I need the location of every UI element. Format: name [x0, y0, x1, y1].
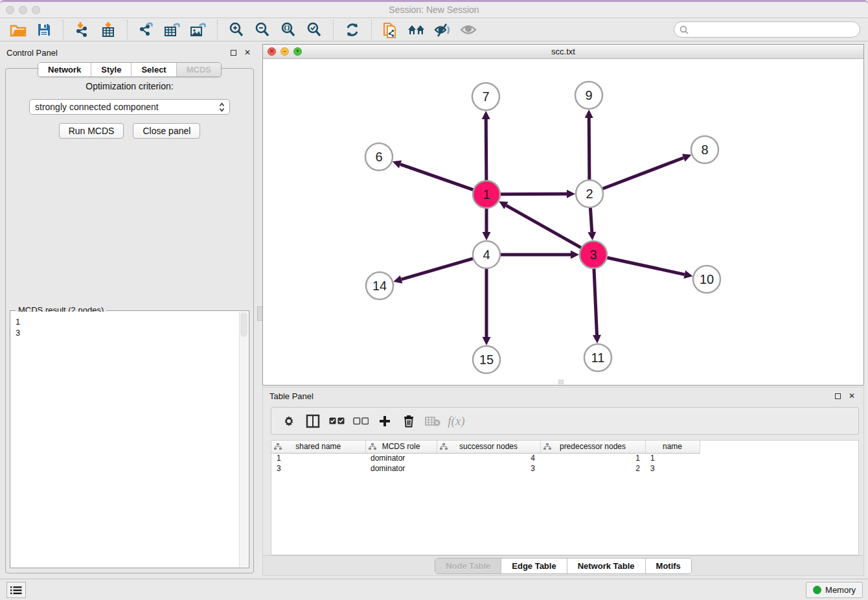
network-canvas[interactable]: 7968124314101511: [263, 59, 863, 385]
float-table-panel-button[interactable]: [832, 391, 843, 400]
network-window-titlebar[interactable]: scc.txt: [263, 45, 863, 59]
table-row[interactable]: 1dominator411: [271, 453, 700, 463]
edge-2-9[interactable]: [589, 118, 589, 180]
column-layout-button[interactable]: [301, 410, 325, 433]
table-cell[interactable]: 3: [271, 463, 365, 474]
close-panel-button[interactable]: [242, 48, 253, 57]
network-window-title: scc.txt: [263, 47, 863, 56]
deselect-all-button[interactable]: [348, 410, 372, 433]
zoom-selected-icon: [306, 21, 323, 38]
column-header-successor-nodes[interactable]: successor nodes: [437, 441, 540, 453]
function-builder-button[interactable]: f(x): [444, 410, 468, 433]
tab-node-table[interactable]: Node Table: [435, 559, 501, 573]
table-cell[interactable]: 3: [645, 463, 700, 474]
table-cell[interactable]: 3: [437, 463, 540, 474]
plus-icon: [378, 415, 391, 428]
edge-arrowhead: [483, 337, 491, 345]
table-cell[interactable]: 2: [540, 463, 645, 474]
export-network-button[interactable]: [133, 19, 159, 40]
edge-3-10[interactable]: [607, 257, 685, 274]
checked-boxes-icon: [329, 417, 345, 425]
run-mcds-button[interactable]: Run MCDS: [59, 123, 124, 139]
edge-arrowhead: [588, 232, 596, 240]
unchecked-boxes-icon: [353, 417, 369, 425]
graph-node-label-11: 11: [591, 351, 605, 365]
edge-3-11[interactable]: [594, 268, 597, 335]
column-header-MCDS-role[interactable]: MCDS role: [365, 441, 437, 453]
edge-1-6[interactable]: [400, 165, 474, 190]
export-image-button[interactable]: [185, 19, 211, 40]
float-icon: [835, 393, 841, 399]
global-search[interactable]: [674, 21, 860, 38]
tab-mcds[interactable]: MCDS: [176, 63, 221, 76]
import-table-button[interactable]: [95, 19, 121, 40]
table-cell[interactable]: dominator: [365, 453, 437, 463]
node-table[interactable]: shared nameMCDS rolesuccessor nodesprede…: [271, 440, 859, 555]
refresh-layout-button[interactable]: [339, 19, 365, 40]
control-panel-tabbar: NetworkStyleSelectMCDS: [38, 62, 222, 77]
table-cell[interactable]: 4: [437, 453, 540, 463]
graph-node-label-2: 2: [586, 187, 593, 201]
delete-row-button[interactable]: [396, 410, 420, 433]
zoom-out-button[interactable]: [249, 19, 275, 40]
edge-1-7[interactable]: [486, 119, 486, 181]
edge-arrowhead: [393, 275, 402, 283]
column-header-shared-name[interactable]: shared name: [271, 441, 365, 453]
import-network-button[interactable]: [69, 19, 95, 40]
hidden-eye-icon: [433, 21, 451, 38]
select-all-button[interactable]: [325, 410, 348, 433]
open-folder-icon: [10, 22, 27, 38]
edge-arrowhead: [483, 232, 491, 240]
optimization-criterion-dropdown[interactable]: strongly connected component: [29, 99, 230, 115]
first-neighbors-button[interactable]: [404, 19, 429, 40]
tab-network-table[interactable]: Network Table: [567, 559, 645, 573]
show-hide-style-button[interactable]: [429, 19, 455, 40]
zoom-fit-button[interactable]: [275, 19, 301, 40]
show-hide-view-button[interactable]: [455, 19, 481, 40]
sort-tree-icon: [369, 443, 376, 450]
graph-node-label-10: 10: [700, 272, 714, 286]
table-cell[interactable]: 1: [271, 453, 365, 463]
edge-arrowhead: [482, 111, 490, 119]
canvas-grip[interactable]: [558, 380, 564, 384]
search-input[interactable]: [692, 25, 854, 34]
result-scrollbar[interactable]: [239, 312, 248, 567]
table-settings-button[interactable]: [277, 410, 301, 433]
zoom-in-button[interactable]: [223, 19, 249, 40]
float-panel-button[interactable]: [228, 48, 238, 57]
column-header-predecessor-nodes[interactable]: predecessor nodes: [540, 441, 645, 453]
table-panel-title: Table Panel: [269, 391, 314, 401]
close-table-panel-button[interactable]: [847, 391, 857, 400]
tab-edge-table[interactable]: Edge Table: [501, 559, 566, 573]
edge-1-2[interactable]: [500, 194, 567, 194]
mcds-result-text[interactable]: 13: [11, 312, 239, 567]
export-table-button[interactable]: [159, 19, 185, 40]
add-row-button[interactable]: [372, 410, 396, 433]
control-panel: Control Panel NetworkStyleSelectMCDS Opt…: [0, 44, 259, 580]
edge-4-14[interactable]: [402, 259, 474, 279]
table-cell[interactable]: dominator: [365, 463, 437, 474]
edge-2-3[interactable]: [590, 207, 591, 232]
memory-button[interactable]: Memory: [806, 582, 863, 598]
eye-icon: [459, 22, 477, 38]
gear-icon: [282, 415, 295, 428]
column-header-name[interactable]: name: [645, 441, 700, 453]
edge-arrowhead: [593, 335, 601, 343]
graph-node-label-3: 3: [589, 248, 597, 262]
table-cell[interactable]: 1: [645, 453, 700, 463]
tab-motifs[interactable]: Motifs: [645, 559, 691, 573]
tab-network[interactable]: Network: [38, 63, 91, 76]
table-row[interactable]: 3dominator323: [271, 463, 700, 474]
task-history-button[interactable]: [6, 582, 26, 598]
open-session-button[interactable]: [5, 19, 31, 40]
duplicate-network-button[interactable]: [378, 19, 404, 40]
delete-table-button[interactable]: [420, 410, 444, 433]
tab-style[interactable]: Style: [91, 63, 131, 76]
close-panel-button[interactable]: Close panel: [133, 123, 200, 139]
save-session-button[interactable]: [31, 19, 57, 40]
tab-select[interactable]: Select: [131, 63, 176, 76]
edge-3-1[interactable]: [506, 205, 581, 248]
table-cell[interactable]: 1: [540, 453, 645, 463]
zoom-selected-button[interactable]: [301, 19, 327, 40]
edge-2-8[interactable]: [602, 157, 684, 189]
